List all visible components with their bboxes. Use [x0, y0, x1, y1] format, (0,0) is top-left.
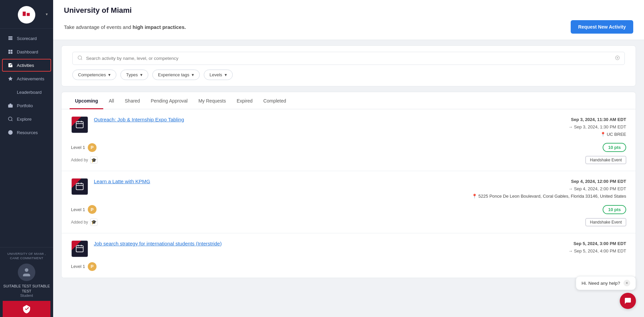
user-name: SUITABLE TEST SUITABLE TEST [3, 284, 50, 293]
activity-title[interactable]: Outreach: Job & Internship Expo Tabling [94, 117, 184, 122]
page-header: University of Miami Take advantage of ev… [53, 0, 644, 40]
levels-filter[interactable]: Levels ▾ [204, 70, 233, 80]
competencies-filter[interactable]: Competencies ▾ [72, 70, 116, 80]
main-content: University of Miami Take advantage of ev… [53, 0, 644, 317]
logo-dropdown-icon[interactable]: ▼ [45, 12, 48, 16]
activity-location: UC BREE [607, 132, 626, 137]
resources-icon [7, 129, 13, 135]
card-date-info: Sep 4, 2024, 12:00 PM EDT → Sep 4, 2024,… [472, 178, 626, 200]
activity-date-end: Sep 5, 2024, 4:00 PM EDT [574, 248, 626, 253]
card-header: Outreach: Job & Internship Expo Tabling … [71, 116, 626, 138]
sidebar-item-label: Dashboard [17, 49, 38, 54]
activity-date-start: Sep 4, 2024, 12:00 PM EDT [472, 178, 626, 185]
card-date-info: Sep 5, 2024, 3:00 PM EDT → Sep 5, 2024, … [568, 240, 626, 255]
chat-open-button[interactable] [620, 293, 636, 309]
p-badge: P [88, 262, 97, 271]
svg-point-8 [8, 117, 12, 121]
sidebar-item-scorecard[interactable]: Scorecard [2, 32, 51, 45]
card-meta: Level 1 P 10 pts [71, 205, 626, 214]
chevron-down-icon: ▾ [108, 72, 111, 77]
clear-search-icon[interactable] [615, 55, 620, 61]
tab-completed[interactable]: Completed [258, 92, 292, 109]
activity-title[interactable]: Job search strategy for international st… [94, 241, 222, 246]
activity-icon [71, 240, 88, 257]
added-by-row: Added by 🎓 Handshake Event [71, 156, 626, 164]
chat-widget: Hi. Need any help? × [576, 276, 636, 309]
sidebar-nav: Scorecard Dashboard Activities Achieveme… [0, 29, 53, 247]
svg-point-12 [25, 268, 29, 272]
sidebar-item-resources[interactable]: Resources [2, 126, 51, 139]
sidebar-item-dashboard[interactable]: Dashboard [2, 45, 51, 58]
level-label: Level 1 [71, 207, 85, 212]
activity-date-end: Sep 3, 2024, 1:30 PM EDT [574, 124, 626, 129]
activity-date-end: Sep 4, 2024, 2:00 PM EDT [574, 186, 626, 191]
svg-rect-4 [8, 50, 10, 51]
svg-rect-17 [76, 122, 83, 128]
tabs-row: Upcoming All Shared Pending Approval My … [62, 92, 636, 109]
card-left: Outreach: Job & Internship Expo Tabling [71, 116, 184, 133]
scorecard-icon [7, 35, 13, 41]
sidebar-item-label: Resources [17, 130, 38, 135]
chevron-down-icon: ▾ [225, 72, 227, 77]
added-by-label: Added by [71, 158, 88, 162]
sidebar-item-activities[interactable]: Activities [2, 59, 51, 72]
university-commitment-label: UNIVERSITY OF MIAMI , CANE COMMITMENT [3, 251, 50, 261]
svg-rect-7 [11, 52, 12, 54]
sidebar-item-explore[interactable]: Explore [2, 113, 51, 125]
sidebar-item-label: Activities [17, 63, 34, 68]
added-by: Added by 🎓 [71, 156, 98, 164]
tab-expired[interactable]: Expired [231, 92, 258, 109]
added-by-icon: 🎓 [90, 156, 98, 164]
p-badge: P [88, 205, 97, 214]
tab-my-requests[interactable]: My Requests [193, 92, 231, 109]
level-badge: Level 1 P [71, 262, 97, 271]
search-input[interactable] [86, 56, 612, 61]
tab-all[interactable]: All [103, 92, 119, 109]
svg-rect-6 [8, 52, 10, 54]
points-badge: 10 pts [603, 205, 626, 214]
search-icon [77, 55, 83, 62]
chat-close-button[interactable]: × [623, 280, 630, 286]
card-header: Job search strategy for international st… [71, 240, 626, 257]
header-subtitle: Take advantage of events and high impact… [64, 24, 186, 30]
avatar [18, 264, 35, 281]
sidebar-item-portfolio[interactable]: Portfolio [2, 99, 51, 112]
location-pin-icon: 📍 [472, 194, 477, 199]
filter-row: Competencies ▾ Types ▾ Experience tags ▾… [72, 70, 625, 80]
svg-rect-1 [27, 13, 30, 16]
activities-section: Upcoming All Shared Pending Approval My … [61, 92, 636, 278]
svg-rect-25 [76, 245, 83, 252]
card-left: Job search strategy for international st… [71, 240, 222, 257]
p-badge: P [88, 143, 97, 152]
experience-tags-filter[interactable]: Experience tags ▾ [152, 70, 200, 80]
sidebar-logo[interactable]: ▼ [0, 0, 53, 29]
request-new-activity-button[interactable]: Request New Activity [571, 20, 633, 34]
svg-rect-21 [76, 184, 83, 190]
svg-point-13 [78, 56, 82, 60]
activity-date-start: Sep 5, 2024, 3:00 PM EDT [568, 240, 626, 247]
tab-pending-approval[interactable]: Pending Approval [145, 92, 193, 109]
activity-card: Job search strategy for international st… [62, 233, 636, 278]
activities-icon [7, 62, 13, 68]
added-by-icon: 🎓 [90, 219, 98, 226]
portfolio-icon [7, 103, 13, 109]
activity-icon [71, 178, 88, 195]
tab-upcoming[interactable]: Upcoming [70, 92, 103, 109]
chevron-down-icon: ▾ [140, 72, 143, 77]
activity-icon [71, 116, 88, 133]
activity-title[interactable]: Learn a Latte with KPMG [94, 179, 150, 184]
card-meta: Level 1 P 10 pts [71, 143, 626, 152]
sidebar-item-achievements[interactable]: Achievements [2, 72, 51, 85]
tab-shared[interactable]: Shared [119, 92, 145, 109]
added-by-label: Added by [71, 220, 88, 225]
card-date-info: Sep 3, 2024, 11:30 AM EDT → Sep 3, 2024,… [568, 116, 626, 138]
sidebar-item-leaderboard[interactable]: Leaderboard [2, 86, 51, 98]
types-filter[interactable]: Types ▾ [120, 70, 148, 80]
svg-rect-0 [23, 11, 26, 16]
achievements-icon [7, 76, 13, 82]
added-by-row: Added by 🎓 Handshake Event [71, 218, 626, 226]
level-badge: Level 1 P [71, 205, 97, 214]
chat-bubble-text: Hi. Need any help? [581, 281, 620, 286]
sidebar-item-label: Scorecard [17, 36, 37, 41]
page-title: University of Miami [64, 6, 633, 15]
